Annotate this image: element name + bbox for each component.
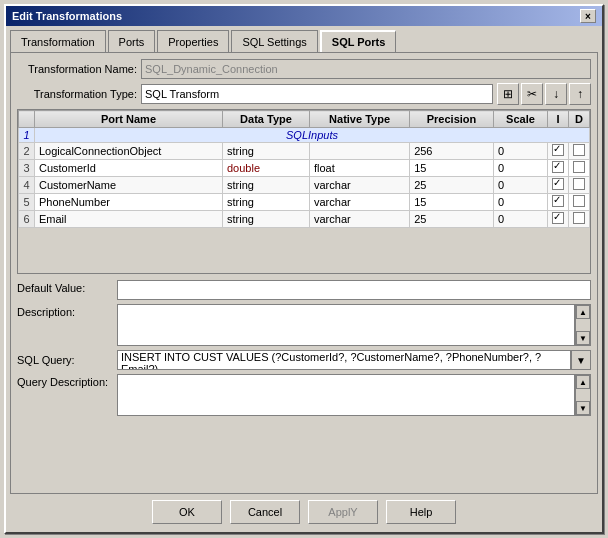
description-textarea[interactable]	[117, 304, 575, 346]
table-row[interactable]: 2 LogicalConnectionObject string 256 0	[19, 143, 590, 160]
col-d: D	[569, 111, 590, 128]
checkbox-d-3[interactable]	[573, 161, 585, 173]
scroll-down-btn[interactable]: ▼	[576, 331, 590, 345]
query-scroll-down-btn[interactable]: ▼	[576, 401, 590, 415]
toolbar-buttons: ⊞ ✂ ↓ ↑	[497, 83, 591, 105]
tab-ports[interactable]: Ports	[108, 30, 156, 52]
col-native-type: Native Type	[310, 111, 410, 128]
checkbox-d-4[interactable]	[573, 178, 585, 190]
default-value-input[interactable]	[117, 280, 591, 300]
default-value-group: Default Value:	[17, 280, 591, 300]
query-description-group: Query Description: ▲ ▼	[17, 374, 591, 416]
toolbar-btn-2[interactable]: ✂	[521, 83, 543, 105]
sql-query-input[interactable]: INSERT INTO CUST VALUES (?CustomerId?, ?…	[117, 350, 571, 370]
tab-sql-ports[interactable]: SQL Ports	[320, 30, 397, 52]
tab-content: Transformation Name: Transformation Type…	[10, 52, 598, 494]
checkbox-d-6[interactable]	[573, 212, 585, 224]
help-button[interactable]: Help	[386, 500, 456, 524]
cancel-button[interactable]: Cancel	[230, 500, 300, 524]
col-i: I	[548, 111, 569, 128]
checkbox-i-4[interactable]	[552, 178, 564, 190]
close-button[interactable]: ×	[580, 9, 596, 23]
transformation-name-row: Transformation Name:	[17, 59, 591, 79]
checkbox-i-6[interactable]	[552, 212, 564, 224]
table-row[interactable]: 3 CustomerId double float 15 0	[19, 160, 590, 177]
col-port-name: Port Name	[35, 111, 223, 128]
table-row[interactable]: 6 Email string varchar 25 0	[19, 211, 590, 228]
col-num	[19, 111, 35, 128]
col-scale: Scale	[493, 111, 547, 128]
window-body: Transformation Ports Properties SQL Sett…	[6, 26, 602, 532]
description-scrollbar[interactable]: ▲ ▼	[575, 304, 591, 346]
apply-button[interactable]: ApplY	[308, 500, 378, 524]
toolbar-btn-4[interactable]: ↑	[569, 83, 591, 105]
ports-table: Port Name Data Type Native Type Precisio…	[18, 110, 590, 228]
query-description-scrollbar[interactable]: ▲ ▼	[575, 374, 591, 416]
table-row-sqlinputs: 1 SQLInputs	[19, 128, 590, 143]
sql-query-row: SQL Query: INSERT INTO CUST VALUES (?Cus…	[17, 350, 591, 370]
checkbox-d-2[interactable]	[573, 144, 585, 156]
sqlinputs-label: SQLInputs	[35, 128, 590, 143]
transformation-type-label: Transformation Type:	[17, 88, 137, 100]
transformation-name-label: Transformation Name:	[17, 63, 137, 75]
tab-sql-settings[interactable]: SQL Settings	[231, 30, 317, 52]
ports-table-container: Port Name Data Type Native Type Precisio…	[17, 109, 591, 274]
title-bar: Edit Transformations ×	[6, 6, 602, 26]
description-group: Description: ▲ ▼	[17, 304, 591, 346]
transformation-type-input[interactable]	[141, 84, 493, 104]
query-description-textarea[interactable]	[117, 374, 575, 416]
col-precision: Precision	[410, 111, 494, 128]
default-value-label: Default Value:	[17, 280, 117, 294]
window-title: Edit Transformations	[12, 10, 122, 22]
sql-query-label: SQL Query:	[17, 354, 117, 366]
transformation-name-input[interactable]	[141, 59, 591, 79]
toolbar-btn-1[interactable]: ⊞	[497, 83, 519, 105]
checkbox-i-5[interactable]	[552, 195, 564, 207]
query-scroll-up-btn[interactable]: ▲	[576, 375, 590, 389]
tab-properties[interactable]: Properties	[157, 30, 229, 52]
query-description-label: Query Description:	[17, 374, 117, 388]
edit-transformations-window: Edit Transformations × Transformation Po…	[4, 4, 604, 534]
scroll-up-btn[interactable]: ▲	[576, 305, 590, 319]
checkbox-i-3[interactable]	[552, 161, 564, 173]
toolbar-btn-3[interactable]: ↓	[545, 83, 567, 105]
checkbox-i-2[interactable]	[552, 144, 564, 156]
bottom-buttons: OK Cancel ApplY Help	[10, 494, 598, 528]
table-row[interactable]: 5 PhoneNumber string varchar 15 0	[19, 194, 590, 211]
tab-bar: Transformation Ports Properties SQL Sett…	[10, 30, 598, 52]
col-data-type: Data Type	[223, 111, 310, 128]
checkbox-d-5[interactable]	[573, 195, 585, 207]
table-row[interactable]: 4 CustomerName string varchar 25 0	[19, 177, 590, 194]
tab-transformation[interactable]: Transformation	[10, 30, 106, 52]
sql-query-dropdown-btn[interactable]: ▼	[571, 350, 591, 370]
ok-button[interactable]: OK	[152, 500, 222, 524]
transformation-type-row: Transformation Type: ⊞ ✂ ↓ ↑	[17, 83, 591, 105]
description-label: Description:	[17, 304, 117, 318]
